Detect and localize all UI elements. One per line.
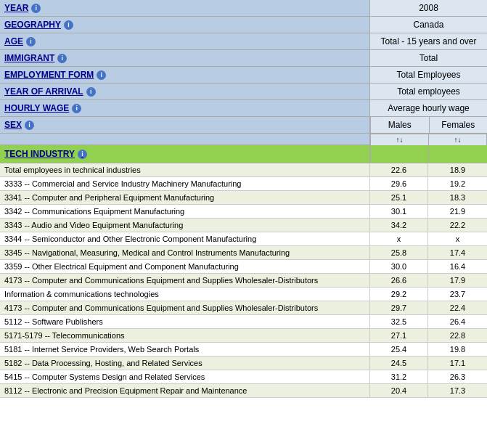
- filter-value-hourly_wage: Average hourly wage: [370, 100, 487, 116]
- row-female-value: 22.2: [428, 219, 487, 232]
- filter-link-year_of_arrival[interactable]: YEAR OF ARRIVAL: [4, 86, 83, 97]
- row-label: 3345 -- Navigational, Measuring, Medical…: [0, 246, 370, 259]
- table-row: 8112 -- Electronic and Precision Equipme…: [0, 384, 487, 398]
- filter-link-immigrant[interactable]: IMMIGRANT: [4, 53, 54, 63]
- tech-industry-link[interactable]: TECH INDUSTRY: [4, 149, 75, 159]
- table-row: 4173 -- Computer and Communications Equi…: [0, 301, 487, 315]
- table-row: Information & communications technologie…: [0, 288, 487, 301]
- row-female-value: 22.8: [428, 329, 487, 342]
- row-male-value: 25.4: [370, 343, 428, 356]
- row-label: 3342 -- Communications Equipment Manufac…: [0, 205, 370, 218]
- tech-industry-label[interactable]: TECH INDUSTRY i: [0, 145, 370, 163]
- filter-info-year[interactable]: i: [31, 4, 41, 13]
- filter-row-year_of_arrival: YEAR OF ARRIVAL i Total employees: [0, 84, 487, 100]
- sex-columns: Males Females: [370, 117, 487, 133]
- row-label: 5171-5179 -- Telecommunications: [0, 329, 370, 342]
- filter-label-employment_form[interactable]: EMPLOYMENT FORM i: [0, 67, 370, 83]
- table-row: 5415 -- Computer Systems Design and Rela…: [0, 370, 487, 384]
- table-row: 3345 -- Navigational, Measuring, Medical…: [0, 246, 487, 260]
- males-header: Males: [370, 117, 429, 133]
- row-female-value: 26.4: [428, 315, 487, 328]
- filter-label-age[interactable]: AGE i: [0, 33, 370, 49]
- filter-info-age[interactable]: i: [26, 37, 36, 46]
- filter-link-employment_form[interactable]: EMPLOYMENT FORM: [4, 70, 94, 80]
- tech-female-col: [428, 145, 487, 163]
- row-female-value: 17.1: [428, 357, 487, 370]
- sort-spacer: [0, 134, 370, 145]
- tech-male-col: [370, 145, 428, 163]
- table-row: 3342 -- Communications Equipment Manufac…: [0, 205, 487, 219]
- tech-sort-cols: [370, 145, 487, 163]
- row-male-value: 34.2: [370, 219, 428, 232]
- row-label: 3333 -- Commercial and Service Industry …: [0, 177, 370, 190]
- sort-row: ↑↓ ↑↓: [0, 134, 487, 145]
- row-male-value: 31.2: [370, 370, 428, 383]
- tech-industry-header: TECH INDUSTRY i: [0, 145, 487, 163]
- filter-row-hourly_wage: HOURLY WAGE i Average hourly wage: [0, 100, 487, 117]
- filter-row-age: AGE i Total - 15 years and over: [0, 33, 487, 50]
- table-row: 3343 -- Audio and Video Equipment Manufa…: [0, 219, 487, 232]
- sex-info-icon[interactable]: i: [25, 121, 34, 130]
- table-row: 3341 -- Computer and Peripheral Equipmen…: [0, 191, 487, 205]
- row-label: 5181 -- Internet Service Providers, Web …: [0, 343, 370, 356]
- row-label: 5112 -- Software Publishers: [0, 315, 370, 328]
- row-female-value: 18.9: [428, 163, 487, 176]
- row-male-value: 20.4: [370, 384, 428, 397]
- row-male-value: x: [370, 232, 428, 245]
- male-sort[interactable]: ↑↓: [370, 134, 428, 145]
- filter-row-immigrant: IMMIGRANT i Total: [0, 50, 487, 67]
- row-female-value: 19.8: [428, 343, 487, 356]
- filter-value-employment_form: Total Employees: [370, 67, 487, 83]
- filter-value-age: Total - 15 years and over: [370, 33, 487, 49]
- filter-value-year: 2008: [370, 0, 487, 16]
- row-female-value: 26.3: [428, 370, 487, 383]
- filter-link-year[interactable]: YEAR: [4, 3, 28, 13]
- sex-filter-label[interactable]: SEX i: [0, 117, 370, 133]
- data-rows: Total employees in technical industries …: [0, 163, 487, 398]
- filter-label-immigrant[interactable]: IMMIGRANT i: [0, 50, 370, 66]
- female-sort[interactable]: ↑↓: [428, 134, 487, 145]
- row-female-value: 17.3: [428, 384, 487, 397]
- row-label: Information & communications technologie…: [0, 288, 370, 301]
- filter-info-employment_form[interactable]: i: [97, 70, 106, 80]
- filter-label-hourly_wage[interactable]: HOURLY WAGE i: [0, 100, 370, 116]
- table-row: 5171-5179 -- Telecommunications 27.1 22.…: [0, 329, 487, 343]
- table-row: 5182 -- Data Processing, Hosting, and Re…: [0, 357, 487, 370]
- row-female-value: 17.9: [428, 274, 487, 287]
- females-header: Females: [429, 117, 488, 133]
- main-container: YEAR i 2008 GEOGRAPHY i Canada AGE i Tot…: [0, 0, 487, 398]
- row-male-value: 26.6: [370, 274, 428, 287]
- row-female-value: 21.9: [428, 205, 487, 218]
- row-female-value: 17.4: [428, 246, 487, 259]
- row-female-value: 23.7: [428, 288, 487, 301]
- filter-link-geography[interactable]: GEOGRAPHY: [4, 20, 61, 30]
- row-male-value: 27.1: [370, 329, 428, 342]
- filter-rows: YEAR i 2008 GEOGRAPHY i Canada AGE i Tot…: [0, 0, 487, 117]
- filter-link-hourly_wage[interactable]: HOURLY WAGE: [4, 103, 69, 113]
- row-male-value: 32.5: [370, 315, 428, 328]
- filter-link-age[interactable]: AGE: [4, 36, 23, 46]
- filter-row-year: YEAR i 2008: [0, 0, 487, 17]
- filter-row-employment_form: EMPLOYMENT FORM i Total Employees: [0, 67, 487, 84]
- filter-info-immigrant[interactable]: i: [57, 54, 67, 63]
- filter-info-hourly_wage[interactable]: i: [72, 104, 81, 113]
- filter-label-geography[interactable]: GEOGRAPHY i: [0, 17, 370, 33]
- filter-label-year_of_arrival[interactable]: YEAR OF ARRIVAL i: [0, 84, 370, 99]
- row-female-value: x: [428, 232, 487, 245]
- row-label: 3344 -- Semiconductor and Other Electron…: [0, 232, 370, 245]
- table-row: Total employees in technical industries …: [0, 163, 487, 177]
- row-male-value: 25.8: [370, 246, 428, 259]
- row-male-value: 24.5: [370, 357, 428, 370]
- row-label: 5415 -- Computer Systems Design and Rela…: [0, 370, 370, 383]
- row-label: Total employees in technical industries: [0, 163, 370, 176]
- filter-info-year_of_arrival[interactable]: i: [86, 87, 96, 97]
- row-label: 8112 -- Electronic and Precision Equipme…: [0, 384, 370, 397]
- tech-info-icon[interactable]: i: [78, 150, 87, 159]
- row-female-value: 16.4: [428, 260, 487, 273]
- filter-label-year[interactable]: YEAR i: [0, 0, 370, 16]
- filter-info-geography[interactable]: i: [64, 20, 73, 30]
- sex-link[interactable]: SEX: [4, 120, 22, 130]
- row-label: 4173 -- Computer and Communications Equi…: [0, 274, 370, 287]
- sex-row: SEX i Males Females: [0, 117, 487, 134]
- row-male-value: 30.0: [370, 260, 428, 273]
